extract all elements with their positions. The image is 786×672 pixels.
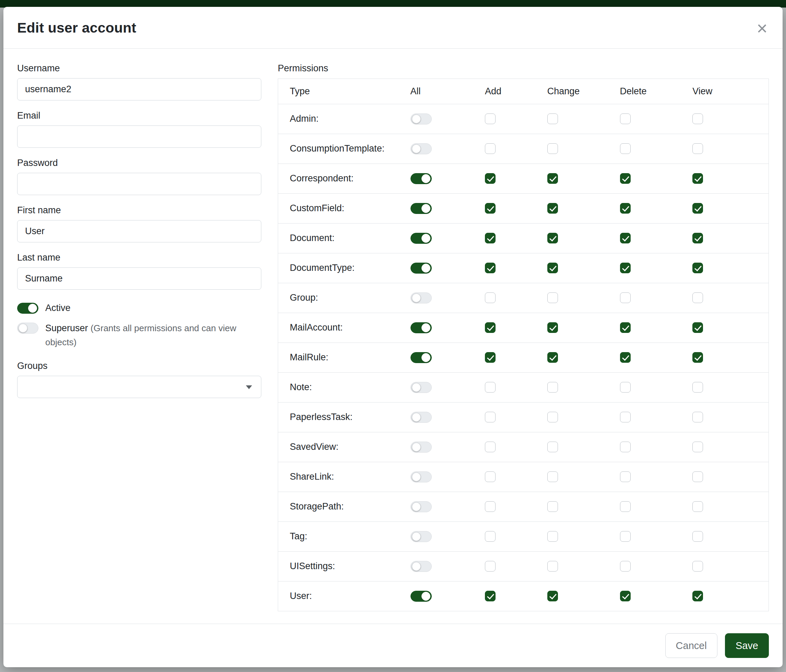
permission-change-checkbox[interactable] [547, 412, 558, 422]
permissions-table: Type All Add Change Delete View Admin:Co… [278, 79, 769, 611]
permission-all-toggle[interactable] [410, 113, 432, 124]
permission-delete-checkbox[interactable] [620, 531, 630, 542]
permission-add-checkbox[interactable] [485, 322, 495, 333]
permission-all-toggle[interactable] [410, 561, 432, 572]
permission-view-checkbox[interactable] [692, 203, 703, 214]
permission-add-checkbox[interactable] [485, 382, 495, 393]
col-header-change: Change [536, 79, 608, 104]
permission-add-checkbox[interactable] [485, 143, 495, 154]
permission-add-checkbox[interactable] [485, 352, 495, 363]
permission-delete-checkbox[interactable] [620, 471, 630, 482]
permission-add-checkbox[interactable] [485, 292, 495, 303]
permission-change-checkbox[interactable] [547, 591, 558, 601]
permission-delete-checkbox[interactable] [620, 412, 630, 422]
page-title: Edit user account [17, 20, 136, 36]
permission-view-checkbox[interactable] [692, 561, 703, 572]
permission-change-checkbox[interactable] [547, 203, 558, 214]
permission-delete-checkbox[interactable] [620, 561, 630, 572]
permission-all-toggle[interactable] [410, 441, 432, 452]
permission-view-checkbox[interactable] [692, 501, 703, 512]
permission-add-checkbox[interactable] [485, 113, 495, 124]
permission-delete-checkbox[interactable] [620, 352, 630, 363]
permission-delete-checkbox[interactable] [620, 203, 630, 214]
password-field[interactable] [17, 173, 261, 195]
close-icon[interactable]: × [756, 20, 767, 37]
permission-add-checkbox[interactable] [485, 531, 495, 542]
permission-change-checkbox[interactable] [547, 561, 558, 572]
permission-view-checkbox[interactable] [692, 531, 703, 542]
permission-delete-checkbox[interactable] [620, 441, 630, 452]
permission-delete-checkbox[interactable] [620, 113, 630, 124]
permission-all-toggle[interactable] [410, 203, 432, 214]
email-field[interactable] [17, 126, 261, 148]
permission-view-checkbox[interactable] [692, 292, 703, 303]
superuser-toggle[interactable] [17, 323, 38, 334]
permission-add-checkbox[interactable] [485, 203, 495, 214]
permission-change-checkbox[interactable] [547, 263, 558, 273]
permission-add-checkbox[interactable] [485, 173, 495, 184]
permission-all-toggle[interactable] [410, 531, 432, 542]
permission-view-checkbox[interactable] [692, 173, 703, 184]
permission-delete-checkbox[interactable] [620, 292, 630, 303]
permission-delete-checkbox[interactable] [620, 382, 630, 393]
first-name-field[interactable] [17, 220, 261, 242]
permission-view-checkbox[interactable] [692, 113, 703, 124]
permission-all-toggle[interactable] [410, 591, 432, 602]
permission-view-checkbox[interactable] [692, 382, 703, 393]
permission-change-checkbox[interactable] [547, 173, 558, 184]
permission-view-checkbox[interactable] [692, 233, 703, 243]
permission-all-toggle[interactable] [410, 173, 432, 184]
permission-add-checkbox[interactable] [485, 471, 495, 482]
permission-all-toggle[interactable] [410, 263, 432, 273]
permission-delete-checkbox[interactable] [620, 322, 630, 333]
permission-view-checkbox[interactable] [692, 322, 703, 333]
permission-all-toggle[interactable] [410, 412, 432, 423]
permission-all-toggle[interactable] [410, 382, 432, 393]
permission-change-checkbox[interactable] [547, 113, 558, 124]
permission-delete-checkbox[interactable] [620, 591, 630, 601]
permission-delete-checkbox[interactable] [620, 233, 630, 243]
cancel-button[interactable]: Cancel [665, 633, 717, 658]
permission-all-toggle[interactable] [410, 322, 432, 333]
permission-add-checkbox[interactable] [485, 441, 495, 452]
permission-view-checkbox[interactable] [692, 263, 703, 273]
permission-change-checkbox[interactable] [547, 143, 558, 154]
permission-add-checkbox[interactable] [485, 233, 495, 243]
permission-view-checkbox[interactable] [692, 591, 703, 601]
permission-add-checkbox[interactable] [485, 591, 495, 601]
permission-change-checkbox[interactable] [547, 471, 558, 482]
permission-add-checkbox[interactable] [485, 501, 495, 512]
permission-all-toggle[interactable] [410, 352, 432, 363]
permission-change-checkbox[interactable] [547, 352, 558, 363]
permission-change-checkbox[interactable] [547, 501, 558, 512]
permission-change-checkbox[interactable] [547, 441, 558, 452]
permission-delete-checkbox[interactable] [620, 501, 630, 512]
permission-delete-checkbox[interactable] [620, 143, 630, 154]
permission-change-checkbox[interactable] [547, 292, 558, 303]
permission-add-checkbox[interactable] [485, 412, 495, 422]
permission-view-checkbox[interactable] [692, 412, 703, 422]
permission-delete-checkbox[interactable] [620, 173, 630, 184]
permission-view-checkbox[interactable] [692, 471, 703, 482]
username-input[interactable] [17, 78, 261, 100]
save-button[interactable]: Save [725, 633, 769, 658]
permission-change-checkbox[interactable] [547, 322, 558, 333]
permission-change-checkbox[interactable] [547, 531, 558, 542]
permission-view-checkbox[interactable] [692, 143, 703, 154]
permission-all-toggle[interactable] [410, 233, 432, 244]
permission-all-toggle[interactable] [410, 143, 432, 154]
permission-all-toggle[interactable] [410, 471, 432, 482]
permission-add-checkbox[interactable] [485, 263, 495, 273]
groups-select[interactable] [17, 376, 261, 398]
toggle-knob [412, 502, 421, 511]
permission-view-checkbox[interactable] [692, 352, 703, 363]
active-toggle[interactable] [17, 303, 38, 314]
permission-change-checkbox[interactable] [547, 382, 558, 393]
permission-change-checkbox[interactable] [547, 233, 558, 243]
permission-all-toggle[interactable] [410, 292, 432, 303]
permission-delete-checkbox[interactable] [620, 263, 630, 273]
last-name-field[interactable] [17, 267, 261, 290]
permission-add-checkbox[interactable] [485, 561, 495, 572]
permission-view-checkbox[interactable] [692, 441, 703, 452]
permission-all-toggle[interactable] [410, 501, 432, 512]
